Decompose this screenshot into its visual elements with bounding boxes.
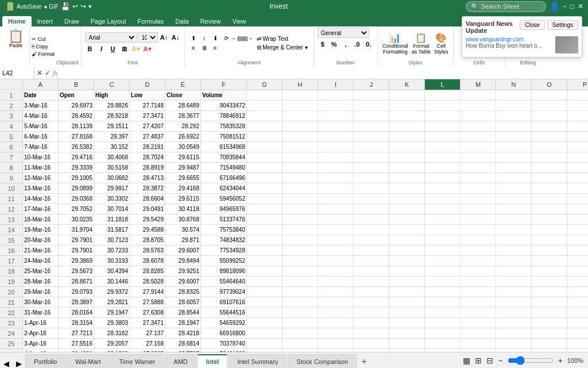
zoom-out-button[interactable]: − (498, 356, 502, 365)
cell-i7[interactable] (318, 152, 354, 163)
cell-c21[interactable]: 29.2821 (94, 297, 130, 308)
cell-k11[interactable] (389, 194, 425, 204)
cell-m18[interactable] (461, 266, 496, 277)
cell-p25[interactable] (567, 339, 588, 349)
cell-l23[interactable] (425, 318, 461, 328)
col-header-f[interactable]: F (201, 79, 247, 90)
align-right-btn[interactable]: ≡ (210, 44, 220, 53)
cell-f24[interactable]: 66916800 (201, 328, 247, 339)
cell-b2[interactable]: 29.6973 (59, 101, 94, 111)
font-name-select[interactable]: Arial (85, 32, 137, 43)
cell-g21[interactable] (247, 297, 283, 308)
cell-o23[interactable] (532, 318, 567, 328)
cell-p2[interactable] (567, 101, 588, 111)
row-number-21[interactable]: 21 (0, 297, 23, 308)
cell-d26[interactable]: 27.9885 (130, 349, 165, 352)
cell-m7[interactable] (461, 152, 496, 163)
cell-i10[interactable] (318, 183, 354, 194)
cell-g2[interactable] (247, 101, 283, 111)
cell-k16[interactable] (389, 246, 425, 256)
cell-b25[interactable]: 27.5516 (59, 339, 94, 349)
cell-n25[interactable] (496, 339, 532, 349)
cell-m1[interactable] (461, 90, 496, 101)
cell-p12[interactable] (567, 204, 588, 214)
cell-a21[interactable]: 30-Mar-16 (23, 297, 59, 308)
autosave-toggle[interactable]: ● GIF (44, 3, 58, 10)
cell-reference[interactable]: L42 (0, 67, 34, 79)
cell-n24[interactable] (496, 328, 532, 339)
cell-k15[interactable] (389, 235, 425, 246)
cell-h11[interactable] (283, 194, 318, 204)
cell-m19[interactable] (461, 277, 496, 287)
cell-a5[interactable]: 6-Mar-16 (23, 132, 59, 142)
cell-a24[interactable]: 2-Apr-16 (23, 328, 59, 339)
cell-l1[interactable] (425, 90, 461, 101)
cell-j12[interactable] (354, 204, 389, 214)
cell-o9[interactable] (532, 173, 567, 183)
cell-j6[interactable] (354, 142, 389, 152)
cell-g13[interactable] (247, 214, 283, 225)
row-number-23[interactable]: 23 (0, 318, 23, 328)
cell-i11[interactable] (318, 194, 354, 204)
cell-f8[interactable]: 71549480 (201, 163, 247, 173)
cell-c13[interactable]: 31.1818 (94, 214, 130, 225)
cell-m20[interactable] (461, 287, 496, 297)
confirm-formula-icon[interactable]: ✓ (45, 69, 51, 77)
cell-o13[interactable] (532, 214, 567, 225)
cell-c19[interactable]: 30.1446 (94, 277, 130, 287)
cell-a20[interactable]: 29-Mar-16 (23, 287, 59, 297)
cell-n6[interactable] (496, 142, 532, 152)
cell-e5[interactable]: 26.6922 (165, 132, 201, 142)
cell-h6[interactable] (283, 142, 318, 152)
cell-m11[interactable] (461, 194, 496, 204)
row-number-15[interactable]: 15 (0, 235, 23, 246)
zoom-slider[interactable] (508, 356, 554, 365)
cell-k1[interactable] (389, 90, 425, 101)
cell-n15[interactable] (496, 235, 532, 246)
cell-g5[interactable] (247, 132, 283, 142)
cell-b12[interactable]: 29.7052 (59, 204, 94, 214)
cell-i16[interactable] (318, 246, 354, 256)
cell-e10[interactable]: 29.4168 (165, 183, 201, 194)
cell-g16[interactable] (247, 246, 283, 256)
cell-d1[interactable]: Low (130, 90, 165, 101)
cell-e26[interactable]: 28.7737 (165, 349, 201, 352)
cell-a18[interactable]: 25-Mar-16 (23, 266, 59, 277)
cell-n17[interactable] (496, 256, 532, 266)
cell-n9[interactable] (496, 173, 532, 183)
cell-l8[interactable] (425, 163, 461, 173)
cell-b26[interactable]: 28.4321 (59, 349, 94, 352)
cell-d4[interactable]: 27.4207 (130, 121, 165, 132)
cell-m24[interactable] (461, 328, 496, 339)
cell-c18[interactable]: 30.4394 (94, 266, 130, 277)
cell-m26[interactable] (461, 349, 496, 352)
cell-l12[interactable] (425, 204, 461, 214)
cell-i20[interactable] (318, 287, 354, 297)
row-number-1[interactable]: 1 (0, 90, 23, 101)
cell-i15[interactable] (318, 235, 354, 246)
account-icon[interactable]: 👤 (550, 2, 559, 11)
cell-f19[interactable]: 55464640 (201, 277, 247, 287)
cell-i3[interactable] (318, 111, 354, 121)
cell-o26[interactable] (532, 349, 567, 352)
row-number-2[interactable]: 2 (0, 101, 23, 111)
cell-e22[interactable]: 28.8544 (165, 308, 201, 318)
cell-g3[interactable] (247, 111, 283, 121)
cell-o25[interactable] (532, 339, 567, 349)
redo-icon[interactable]: ↪ (80, 2, 86, 10)
cell-k8[interactable] (389, 163, 425, 173)
cell-j24[interactable] (354, 328, 389, 339)
cell-c20[interactable]: 29.9372 (94, 287, 130, 297)
cell-m8[interactable] (461, 163, 496, 173)
cell-j19[interactable] (354, 277, 389, 287)
cell-c5[interactable]: 29.397 (94, 132, 130, 142)
tab-draw[interactable]: Draw (59, 16, 85, 26)
decrease-font-btn[interactable]: A↓ (171, 32, 181, 43)
copy-button[interactable]: ⎘ Copy (30, 43, 56, 50)
cell-k12[interactable] (389, 204, 425, 214)
cell-o12[interactable] (532, 204, 567, 214)
cell-g4[interactable] (247, 121, 283, 132)
cell-i23[interactable] (318, 318, 354, 328)
cell-k22[interactable] (389, 308, 425, 318)
cell-b15[interactable]: 29.7901 (59, 235, 94, 246)
